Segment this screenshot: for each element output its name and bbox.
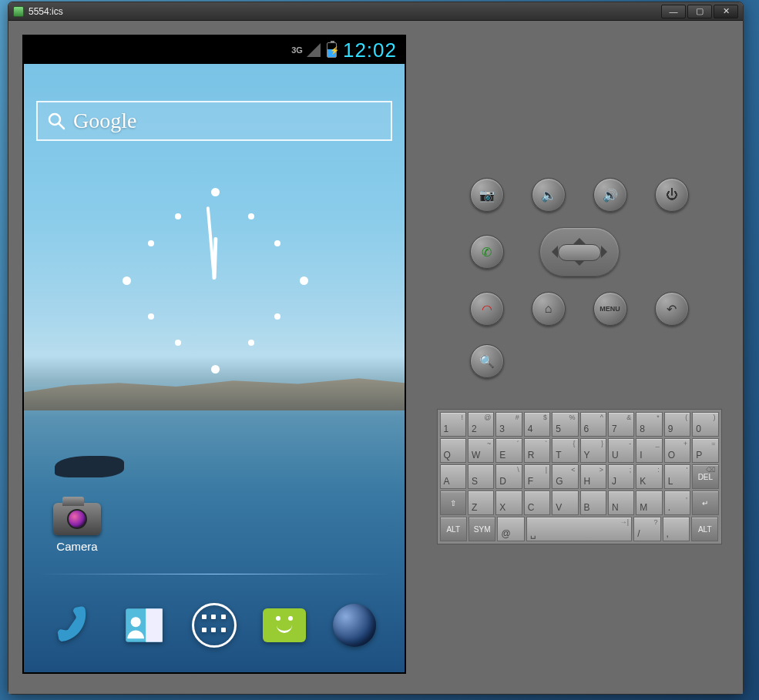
key-r[interactable]: R` bbox=[524, 438, 550, 463]
search-icon bbox=[47, 112, 65, 130]
hw-back-button[interactable]: ↶ bbox=[655, 292, 689, 326]
emulator-window: 5554:ics — ▢ ✕ 3G ⚡ 12:02 bbox=[8, 2, 744, 695]
key-5[interactable]: 5% bbox=[552, 412, 578, 437]
clock-dot bbox=[175, 340, 181, 346]
key-u[interactable]: U- bbox=[608, 438, 634, 463]
key-y[interactable]: Y} bbox=[580, 438, 606, 463]
search-icon: 🔍 bbox=[479, 354, 495, 369]
key-8[interactable]: 8* bbox=[636, 412, 662, 437]
key-@[interactable]: @ bbox=[497, 517, 524, 541]
hw-camera-button[interactable]: 📷 bbox=[470, 178, 504, 212]
clock-dot bbox=[300, 276, 308, 285]
key-p[interactable]: P= bbox=[692, 438, 718, 463]
key-q[interactable]: Q bbox=[440, 438, 466, 463]
clock-dot bbox=[148, 313, 154, 320]
dock-contacts[interactable] bbox=[119, 600, 170, 651]
key-v[interactable]: V bbox=[552, 491, 578, 515]
key-↵[interactable]: ↵ bbox=[692, 491, 718, 515]
key-6[interactable]: 6^ bbox=[580, 412, 606, 437]
key-a[interactable]: A bbox=[440, 464, 466, 489]
key-t[interactable]: T{ bbox=[552, 438, 578, 463]
key-del[interactable]: DEL⌫ bbox=[692, 464, 718, 489]
hw-search-button[interactable]: 🔍 bbox=[470, 344, 504, 378]
key-d[interactable]: D\ bbox=[495, 464, 522, 489]
key-k[interactable]: K: bbox=[636, 464, 662, 489]
key-f[interactable]: F| bbox=[524, 464, 550, 489]
status-bar[interactable]: 3G ⚡ 12:02 bbox=[24, 36, 405, 64]
key-,[interactable]: , bbox=[663, 517, 690, 541]
key-e[interactable]: E´ bbox=[495, 438, 522, 463]
dock bbox=[24, 592, 405, 658]
close-button[interactable]: ✕ bbox=[714, 5, 738, 18]
key-m[interactable]: M bbox=[636, 491, 662, 515]
maximize-button[interactable]: ▢ bbox=[687, 5, 712, 18]
dpad-left[interactable] bbox=[546, 246, 558, 258]
minimize-button[interactable]: — bbox=[661, 5, 686, 18]
key-7[interactable]: 7& bbox=[608, 412, 634, 437]
clock-dot bbox=[148, 240, 154, 246]
key-4[interactable]: 4$ bbox=[524, 412, 550, 437]
device-screen[interactable]: 3G ⚡ 12:02 Google bbox=[22, 35, 406, 674]
clock-dot bbox=[211, 365, 220, 373]
key-.[interactable]: ., bbox=[664, 491, 690, 515]
key-sym[interactable]: SYM bbox=[468, 517, 495, 541]
dpad-center[interactable] bbox=[558, 244, 601, 261]
key-g[interactable]: G< bbox=[552, 464, 578, 489]
key-l[interactable]: L' bbox=[664, 464, 690, 489]
back-icon: ↶ bbox=[667, 302, 677, 317]
home-icon: ⌂ bbox=[545, 302, 552, 316]
dpad-right[interactable] bbox=[601, 246, 613, 258]
key-0[interactable]: 0) bbox=[692, 412, 718, 437]
volume-up-icon: 🔊 bbox=[603, 188, 618, 203]
hw-volume-up-button[interactable]: 🔊 bbox=[593, 178, 627, 212]
key-alt[interactable]: ALT bbox=[440, 517, 467, 541]
phone-icon bbox=[53, 605, 95, 646]
dock-browser[interactable] bbox=[329, 600, 380, 651]
key-o[interactable]: O+ bbox=[664, 438, 690, 463]
key-2[interactable]: 2@ bbox=[468, 412, 494, 437]
key-b[interactable]: B bbox=[580, 491, 606, 515]
analog-clock-widget[interactable] bbox=[114, 179, 314, 380]
search-brand: Google bbox=[73, 109, 136, 133]
call-icon: ✆ bbox=[482, 245, 492, 260]
hw-hangup-button[interactable]: ◠ bbox=[470, 292, 504, 326]
app-icon bbox=[13, 6, 24, 17]
key-9[interactable]: 9( bbox=[664, 412, 690, 437]
google-search-widget[interactable]: Google bbox=[36, 101, 392, 141]
key-h[interactable]: H> bbox=[580, 464, 606, 489]
key-alt[interactable]: ALT bbox=[691, 517, 718, 541]
window-title: 5554:ics bbox=[29, 6, 63, 17]
clock-dot bbox=[248, 213, 254, 219]
hw-power-button[interactable]: ⏻ bbox=[655, 178, 689, 212]
key-x[interactable]: X bbox=[495, 491, 522, 515]
hw-call-button[interactable]: ✆ bbox=[470, 235, 504, 269]
key-z[interactable]: Z bbox=[468, 491, 494, 515]
landscape-decoration bbox=[55, 456, 124, 477]
key-⇧[interactable]: ⇧ bbox=[440, 491, 466, 515]
key-3[interactable]: 3# bbox=[495, 412, 522, 437]
key-/[interactable]: /? bbox=[633, 517, 660, 541]
volume-down-icon: 🔈 bbox=[541, 188, 556, 203]
dock-phone[interactable] bbox=[49, 600, 99, 651]
camera-app-shortcut[interactable]: Camera bbox=[47, 503, 107, 553]
power-icon: ⏻ bbox=[666, 188, 678, 202]
key-c[interactable]: C bbox=[524, 491, 550, 515]
key-j[interactable]: J; bbox=[608, 464, 634, 489]
dpad-down[interactable] bbox=[573, 260, 586, 272]
key-s[interactable]: S bbox=[468, 464, 494, 489]
key-w[interactable]: W~ bbox=[468, 438, 494, 463]
hw-home-button[interactable]: ⌂ bbox=[532, 292, 566, 326]
camera-icon: 📷 bbox=[479, 188, 495, 203]
hw-menu-button[interactable]: MENU bbox=[593, 292, 627, 326]
dock-messaging[interactable] bbox=[259, 600, 310, 651]
dock-apps[interactable] bbox=[189, 600, 240, 651]
emulator-controls: 📷 🔈 🔊 ⏻ ✆ ◠ ⌂ MENU ↶ 🔍 bbox=[429, 35, 729, 680]
key-␣[interactable]: ␣→| bbox=[526, 517, 632, 541]
key-1[interactable]: 1! bbox=[440, 412, 466, 437]
key-n[interactable]: N bbox=[608, 491, 634, 515]
titlebar[interactable]: 5554:ics — ▢ ✕ bbox=[8, 2, 743, 21]
hw-volume-down-button[interactable]: 🔈 bbox=[532, 178, 566, 212]
key-i[interactable]: I_ bbox=[636, 438, 662, 463]
wallpaper[interactable]: Google Camera bbox=[24, 64, 405, 672]
dpad-up[interactable] bbox=[573, 232, 586, 244]
